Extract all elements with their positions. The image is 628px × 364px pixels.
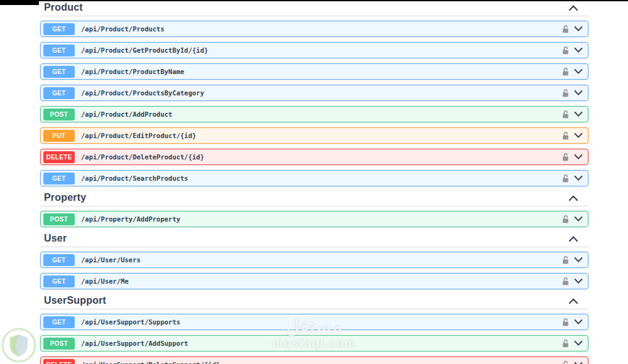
chevron-down-icon[interactable] xyxy=(574,257,583,262)
row-controls xyxy=(562,361,588,364)
chevron-down-icon[interactable] xyxy=(574,69,583,74)
unlock-icon[interactable] xyxy=(562,361,569,364)
method-badge: GET xyxy=(43,66,75,78)
method-badge: GET xyxy=(43,254,75,266)
section-header-user[interactable]: User xyxy=(40,232,588,247)
unlock-icon[interactable] xyxy=(562,340,569,348)
endpoint-row[interactable]: POST /api/UserSupport/AddSupport xyxy=(40,335,588,351)
section-endpoints: GET /api/Product/Products GET /api/Produ… xyxy=(40,16,588,186)
chevron-down-icon[interactable] xyxy=(574,133,583,138)
row-controls xyxy=(562,174,588,183)
unlock-icon[interactable] xyxy=(562,318,569,326)
chevron-up-icon[interactable] xyxy=(568,5,578,11)
api-section: User GET /api/User/Users xyxy=(40,232,588,289)
endpoint-path: /api/UserSupport/DeleteSupport/{id} xyxy=(81,361,220,364)
endpoint-path: /api/Product/SearchProducts xyxy=(81,174,188,182)
chevron-down-icon[interactable] xyxy=(574,279,583,284)
endpoint-row[interactable]: GET /api/Product/ProductsByCategory xyxy=(40,85,588,101)
method-badge: POST xyxy=(43,338,75,350)
row-controls xyxy=(562,318,588,326)
section-header-usersupport[interactable]: UserSupport xyxy=(40,294,588,309)
unlock-icon[interactable] xyxy=(562,256,569,264)
endpoint-path: /api/Product/AddProduct xyxy=(81,110,172,118)
row-controls xyxy=(562,68,588,76)
endpoint-row[interactable]: GET /api/Product/GetProductById/{id} xyxy=(40,42,588,58)
unlock-icon[interactable] xyxy=(562,132,569,140)
endpoint-path: /api/UserSupport/AddSupport xyxy=(81,340,188,347)
method-badge: GET xyxy=(43,87,75,99)
endpoint-row[interactable]: GET /api/User/Users xyxy=(40,252,588,268)
endpoint-row[interactable]: GET /api/Product/ProductByName xyxy=(40,63,588,80)
endpoint-path: /api/Property/AddProperty xyxy=(81,215,180,223)
endpoint-row[interactable]: DELETE /api/Product/DeleteProduct/{id} xyxy=(40,149,588,165)
chevron-down-icon[interactable] xyxy=(574,112,583,117)
section-header-product[interactable]: Product xyxy=(40,1,588,16)
row-controls xyxy=(562,215,588,223)
chevron-down-icon[interactable] xyxy=(574,154,583,159)
method-badge: GET xyxy=(43,23,75,35)
row-controls xyxy=(562,46,588,55)
api-section: UserSupport GET /api/UserSupport/Support… xyxy=(40,294,588,364)
section-endpoints: GET /api/User/Users GET /api/User/Me xyxy=(40,247,588,289)
endpoint-row[interactable]: POST /api/Property/AddProperty xyxy=(40,211,588,227)
row-controls xyxy=(562,25,588,33)
chevron-up-icon[interactable] xyxy=(568,236,578,242)
unlock-icon[interactable] xyxy=(562,46,569,55)
method-badge: GET xyxy=(43,45,75,56)
section-endpoints: POST /api/Property/AddProperty xyxy=(40,206,588,227)
endpoint-path: /api/User/Users xyxy=(81,256,141,264)
section-header-property[interactable]: Property xyxy=(40,191,588,206)
sections-container: Product GET /api/Product/Products xyxy=(40,1,588,364)
chevron-up-icon[interactable] xyxy=(568,195,578,201)
row-controls xyxy=(562,340,588,348)
api-section: Product GET /api/Product/Products xyxy=(40,1,588,186)
method-badge: GET xyxy=(43,173,75,185)
method-badge: POST xyxy=(43,213,75,225)
endpoint-row[interactable]: POST /api/Product/AddProduct xyxy=(40,106,588,122)
api-section: Property POST /api/Property/AddProperty xyxy=(40,191,588,227)
swagger-api-list: Product GET /api/Product/Products xyxy=(0,0,628,364)
method-badge: GET xyxy=(43,316,75,328)
row-controls xyxy=(562,89,588,97)
section-title: Product xyxy=(44,2,83,13)
chevron-down-icon[interactable] xyxy=(574,90,583,95)
chevron-down-icon[interactable] xyxy=(574,48,583,53)
row-controls xyxy=(562,256,588,264)
row-controls xyxy=(562,110,588,119)
chevron-down-icon[interactable] xyxy=(574,176,583,181)
endpoint-path: /api/Product/EditProduct/{id} xyxy=(81,132,196,139)
unlock-icon[interactable] xyxy=(562,89,569,97)
chevron-down-icon[interactable] xyxy=(574,217,583,222)
unlock-icon[interactable] xyxy=(562,174,569,183)
section-title: UserSupport xyxy=(44,295,106,306)
screen-edge-bar-top xyxy=(0,0,628,1)
endpoint-path: /api/Product/DeleteProduct/{id} xyxy=(81,153,204,161)
unlock-icon[interactable] xyxy=(562,25,569,33)
endpoint-path: /api/Product/ProductsByCategory xyxy=(81,89,204,97)
unlock-icon[interactable] xyxy=(562,110,569,119)
chevron-down-icon[interactable] xyxy=(574,341,583,346)
chevron-up-icon[interactable] xyxy=(568,298,578,304)
unlock-icon[interactable] xyxy=(562,68,569,76)
unlock-icon[interactable] xyxy=(562,215,569,223)
screen-edge-bar-corner xyxy=(0,0,39,5)
section-title: User xyxy=(44,233,67,244)
endpoint-row[interactable]: DELETE /api/UserSupport/DeleteSupport/{i… xyxy=(40,356,588,364)
endpoint-row[interactable]: GET /api/User/Me xyxy=(40,273,588,289)
endpoint-path: /api/UserSupport/Supports xyxy=(81,318,180,326)
endpoint-path: /api/Product/Products xyxy=(81,25,165,33)
chevron-down-icon[interactable] xyxy=(574,26,583,31)
row-controls xyxy=(562,153,588,161)
method-badge: DELETE xyxy=(43,359,75,364)
endpoint-row[interactable]: PUT /api/Product/EditProduct/{id} xyxy=(40,127,588,144)
unlock-icon[interactable] xyxy=(562,153,569,161)
unlock-icon[interactable] xyxy=(562,277,569,286)
endpoint-row[interactable]: GET /api/UserSupport/Supports xyxy=(40,314,588,330)
method-badge: PUT xyxy=(43,130,75,142)
chevron-down-icon[interactable] xyxy=(574,319,583,324)
endpoint-path: /api/User/Me xyxy=(81,277,129,285)
endpoint-row[interactable]: GET /api/Product/SearchProducts xyxy=(40,170,588,186)
method-badge: DELETE xyxy=(43,151,75,163)
method-badge: GET xyxy=(43,276,75,287)
endpoint-row[interactable]: GET /api/Product/Products xyxy=(40,21,588,37)
